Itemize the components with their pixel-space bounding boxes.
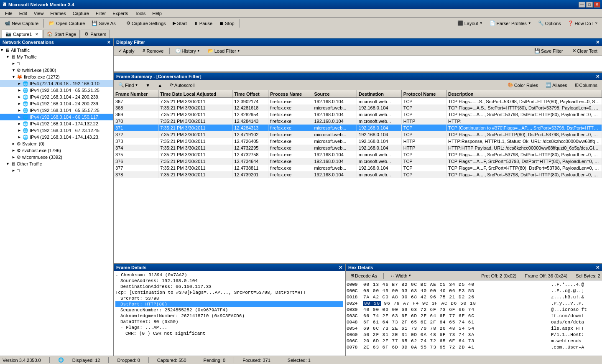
frame-detail-item[interactable]: - Checksum: 31394 (0x7AA2) (115, 272, 343, 278)
tree-item[interactable]: ▼🖥All Traffic (0, 47, 113, 53)
frame-detail-item[interactable]: DstPort: HTTP(80) (115, 301, 343, 307)
hex-row[interactable]: 003C66 74 2E 63 6F 6D 2F 64 6F 77 6E 6Cf… (347, 313, 601, 319)
menu-capture[interactable]: Capture (69, 10, 92, 17)
col-description[interactable]: Description (446, 90, 602, 98)
apply-button[interactable]: ✓ Apply (115, 47, 138, 55)
aliases-button[interactable]: 🔤 Aliases (543, 81, 570, 89)
find-down-button[interactable]: ▼ (143, 81, 153, 89)
col-process[interactable]: Process Name (268, 90, 312, 98)
save-as-button[interactable]: 💾 Save As (89, 19, 118, 28)
table-row[interactable]: 3757:35:21 PM 3/30/201112.4732758firefox… (114, 151, 602, 158)
frame-detail-item[interactable]: SrcPort: 53798 (115, 295, 343, 301)
tree-item[interactable]: ►🌐IPv4 (192.168.0.104 - 65.55.21.25 (0, 87, 113, 94)
menu-file[interactable]: File (2, 10, 16, 17)
menu-frames[interactable]: Frames (47, 10, 69, 17)
tree-item[interactable]: ►🌐IPv4 (192.168.0.104 - 65.55.57.25 (0, 107, 113, 114)
options-button[interactable]: 🔧 Options (535, 19, 564, 28)
table-row[interactable]: 3737:35:21 PM 3/30/201112.4726405firefox… (114, 138, 602, 145)
columns-button[interactable]: ⊞ Columns (572, 81, 600, 89)
load-filter-button[interactable]: 📂 Load Filter ▼ (205, 47, 243, 55)
decode-as-button[interactable]: ⊞ Decode As (347, 272, 380, 279)
tab-close-icon[interactable]: ✕ (35, 32, 38, 36)
display-filter-close[interactable]: ✕ (596, 40, 599, 45)
frame-table-wrapper[interactable]: Frame Number Time Date Local Adjusted Ti… (114, 90, 602, 263)
new-capture-button[interactable]: 📹 New Capture (2, 19, 41, 28)
tree-item[interactable]: ►🌐IPv4 (192.168.0.104 - 174.132.22. (0, 120, 113, 127)
filter-input[interactable] (114, 56, 602, 71)
tab-start-page[interactable]: 🏠 Start Page (43, 30, 80, 38)
tree-item[interactable]: ►□ (0, 60, 113, 67)
table-row[interactable]: 3677:35:21 PM 3/30/201112.3902174firefox… (114, 98, 602, 104)
hex-row[interactable]: 005469 6C 73 2E 61 73 70 78 20 48 54 54i… (347, 325, 601, 331)
menu-edit[interactable]: Edit (16, 10, 31, 17)
hex-row[interactable]: 006C20 6D 2E 77 65 62 74 72 65 6E 64 73 … (347, 338, 601, 344)
table-row[interactable]: 3767:35:21 PM 3/30/201112.4734644firefox… (114, 158, 602, 165)
tree-item[interactable]: ►⚙System (0) (0, 140, 113, 147)
table-row[interactable]: 3727:35:21 PM 3/30/201112.4719102firefox… (114, 131, 602, 138)
save-filter-button[interactable]: 💾 Save Filter (531, 47, 566, 55)
table-row[interactable]: 3717:35:21 PM 3/30/201112.4284313firefox… (114, 125, 602, 131)
tree-item[interactable]: ►⚙wlcomm.exe (3392) (0, 154, 113, 160)
hex-row[interactable]: 002480 50 96 79 A7 F4 9C 3F AC D6 50 18.… (347, 300, 601, 306)
find-button[interactable]: 🔍 Find ▼ (115, 81, 141, 89)
menu-filter[interactable]: Filter (92, 10, 109, 17)
menu-view[interactable]: View (31, 10, 47, 17)
table-row[interactable]: 3787:35:21 PM 3/30/201112.4739201firefox… (114, 171, 602, 178)
col-protocol[interactable]: Protocol Name (401, 90, 446, 98)
filter-input-area[interactable] (114, 56, 602, 72)
tree-item[interactable]: ►🌐IPv4 (192.168.0.104 - 24.200.239. (0, 94, 113, 100)
hex-row[interactable]: 00486F 61 64 73 2F 65 6E 2F 64 65 74 61o… (347, 319, 601, 325)
tree-item[interactable]: ►🌐IPv4 (192.168.0.104 - 67.23.12.45 (0, 127, 113, 134)
tree-item[interactable]: ▼⚙twhirl.exe (2080) (0, 67, 113, 74)
tree-item[interactable]: ▼🖥My Traffic (0, 53, 113, 60)
color-rules-button[interactable]: 🎨 Color Rules (505, 81, 541, 89)
left-panel-close[interactable]: ✕ (107, 40, 110, 45)
hex-row[interactable]: 00782E 63 6F 6D 0D 0A 55 73 65 72 2D 41.… (347, 344, 601, 350)
menu-experts[interactable]: Experts (109, 10, 131, 17)
close-button[interactable]: ✕ (594, 2, 600, 8)
frame-detail-item[interactable]: Tcp: [Continuation to #370]Flags=...AP..… (115, 290, 343, 295)
col-offset[interactable]: Time Offset (232, 90, 268, 98)
autoscroll-button[interactable]: ⟳ Autoscroll (167, 81, 197, 89)
hex-row[interactable]: 000000 13 46 B7 B2 9C BC AE C5 34 D5 40.… (347, 281, 601, 288)
parser-profiles-button[interactable]: 📄 Parser Profiles ▼ (487, 19, 534, 28)
col-destination[interactable]: Destination (357, 90, 402, 98)
hex-row[interactable]: 00187A A2 C0 A8 00 68 42 96 75 21 D2 26z… (347, 294, 601, 300)
frame-detail-item[interactable]: - Flags: ...AP... (115, 325, 343, 331)
hex-row[interactable]: 003040 00 00 00 69 63 72 6F 73 6F 66 74@… (347, 306, 601, 313)
tree-item[interactable]: ►⚙svchost.exe (1796) (0, 147, 113, 154)
table-row[interactable]: 3687:35:21 PM 3/30/201112.4281618firefox… (114, 104, 602, 111)
tree-item[interactable]: ►□ (0, 167, 113, 174)
menu-help[interactable]: Help (149, 10, 165, 17)
width-button[interactable]: ↔ Width ▼ (387, 272, 414, 279)
frame-detail-item[interactable]: SequenceNumber: 2524555252 (0x9679A7F4) (115, 307, 343, 313)
frame-detail-item[interactable]: CWR: (0 ) CWR not significant (115, 331, 343, 336)
frame-detail-item[interactable]: DestinationAddress: 66.150.117.33 (115, 284, 343, 290)
tree-item[interactable]: ▼🦊firefox.exe (1272) (0, 74, 113, 80)
frame-summary-close[interactable]: ✕ (596, 74, 599, 79)
remove-button[interactable]: ✗ Remove (139, 47, 167, 55)
stop-button[interactable]: ⏹ Stop (216, 19, 237, 28)
history-button[interactable]: 🕐 History ▼ (172, 47, 203, 55)
pause-button[interactable]: ⏸ Pause (191, 19, 215, 28)
table-row[interactable]: 3697:35:21 PM 3/30/201112.4282954firefox… (114, 111, 602, 118)
tree-item[interactable]: ►🌐IPv4 (72.14.204.18 - 192.168.0.10 (0, 80, 113, 87)
table-row[interactable]: 3777:35:21 PM 3/30/201112.4738811firefox… (114, 165, 602, 171)
maximize-button[interactable]: □ (586, 2, 593, 8)
how-do-i-button[interactable]: ❓ How Do I ? (565, 19, 600, 28)
tree-item[interactable]: ►🌐IPv4 (192.168.0.104 - 66.150.117. (0, 114, 113, 120)
frame-detail-item[interactable]: AcknowledgmentNumber: 2621418710 (0x9C3F… (115, 313, 343, 319)
table-row[interactable]: 3707:35:21 PM 3/30/201112.4284143firefox… (114, 118, 602, 125)
frame-detail-item[interactable]: DataOffset: 80 (0x50) (115, 319, 343, 325)
hex-row[interactable]: 006050 2F 31 2E 31 0D 0A 48 6F 73 74 3AP… (347, 331, 601, 338)
tree-item[interactable]: ►🌐IPv4 (192.168.0.104 - 24.200.239. (0, 100, 113, 107)
capture-settings-button[interactable]: ⚙ Capture Settings (123, 19, 169, 28)
menu-tools[interactable]: Tools (132, 10, 149, 17)
open-capture-button[interactable]: 📂 Open Capture (46, 19, 88, 28)
minimize-button[interactable]: — (579, 2, 585, 8)
frame-detail-item[interactable]: SourceAddress: 192.168.0.104 (115, 278, 343, 284)
find-up-button[interactable]: ▲ (155, 81, 165, 89)
table-row[interactable]: 3747:35:21 PM 3/30/201112.4732295firefox… (114, 145, 602, 151)
frame-details-close[interactable]: ✕ (339, 265, 342, 270)
tab-parsers[interactable]: ⚙ Parsers (81, 30, 110, 38)
